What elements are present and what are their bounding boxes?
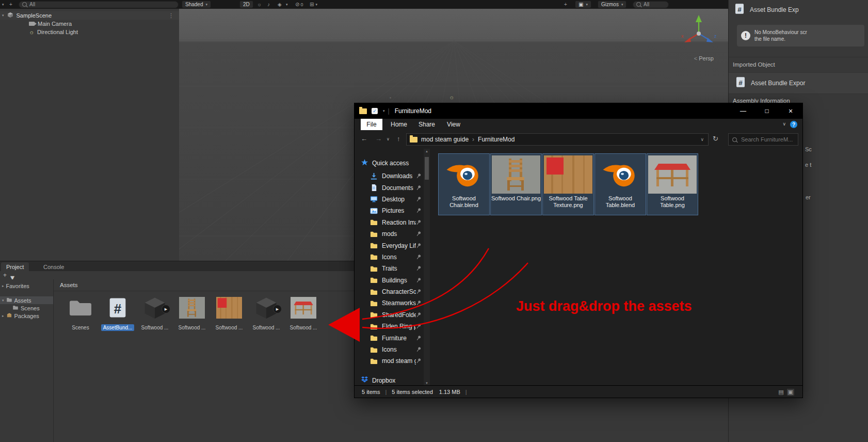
project-asset[interactable]: ▶ Softwood ... [138,295,171,331]
effects-caret-icon[interactable]: ▾ [286,0,288,9]
hierarchy-scene-row[interactable]: ▾ SampleScene ⋮ [0,11,179,20]
item-count: 5 items [362,389,380,395]
project-asset[interactable]: ▶ Softwood ... [250,295,283,331]
project-asset[interactable]: # AssetBund... [101,295,134,331]
sidebar-item[interactable]: SharedFolder [355,309,424,321]
up-button[interactable]: ↑ [397,135,400,143]
project-asset[interactable]: Scenes [64,295,97,331]
lighting-icon[interactable]: ☼ [257,0,262,9]
tree-assets[interactable]: ▾ Assets [0,296,53,304]
sidebar-item[interactable]: Desktop [355,194,424,205]
tab-console[interactable]: Console [38,262,69,272]
minimize-button[interactable]: — [731,103,755,119]
foldout-caret-icon[interactable]: ▾ [2,13,4,18]
chevron-down-icon[interactable]: ▾ [383,109,385,113]
sidebar-item[interactable]: Icons [355,344,424,355]
scene-gizmo-sprite[interactable]: ◦ [390,96,391,100]
2d-button[interactable]: 2D [239,0,253,9]
file-thumbnail [596,155,645,194]
sidebar-item[interactable]: Furniture [355,332,424,343]
menu-file[interactable]: File [361,119,382,130]
back-button[interactable]: ← [361,135,367,143]
sidebar-item[interactable]: Elden Ring p [355,321,424,332]
toolbar-caret-icon[interactable]: ▾ [2,0,4,9]
hierarchy-item-directional-light[interactable]: ☼ Directional Light [0,28,179,36]
scrollbar-thumb[interactable] [425,157,429,180]
scene-search[interactable]: All [633,0,669,9]
tools-icon[interactable]: + [564,0,567,9]
sidebar-item[interactable]: mod steam g [355,355,424,367]
breadcrumb-parent[interactable]: mod steam guide [421,136,469,143]
projection-label[interactable]: < Persp [694,55,714,61]
grid-icon[interactable]: ⊞▾ [310,0,317,9]
tree-packages[interactable]: ▸ Packages [0,312,53,320]
play-badge-icon[interactable]: ▶ [273,305,282,313]
sidebar-item[interactable]: Buildings [355,275,424,286]
context-menu-icon[interactable]: ⋮ [168,12,174,19]
maximize-button[interactable]: □ [755,103,779,119]
sidebar-item[interactable]: Downloads [355,170,424,182]
history-chevron-icon[interactable]: ∨ [387,137,390,141]
sidebar-item[interactable]: Icons [355,251,424,263]
address-dropdown-icon[interactable]: ∨ [700,137,704,142]
sidebar-scrollbar[interactable]: ▲ ▼ [424,149,430,386]
quick-access-toolbar-icon[interactable]: ✓ [372,108,378,114]
audio-icon[interactable]: ♪ [267,0,270,9]
ribbon-expand-icon[interactable]: ∨ [782,121,786,127]
tool-icon[interactable]: + [9,0,12,9]
camera-view-dropdown[interactable]: ▣▾ [575,0,591,9]
tree-favorites[interactable]: ▸ Favorites [0,282,53,290]
sidebar-item[interactable]: Pictures [355,205,424,216]
file-tile[interactable]: Softwood Table Texture.png [542,153,594,215]
file-tile[interactable]: Softwood Table.blend [594,153,646,215]
file-tile[interactable]: Softwood Chair.blend [438,153,490,215]
gizmos-dropdown[interactable]: Gizmos▾ [598,0,626,9]
sidebar-item[interactable]: Documents [355,182,424,193]
forward-button[interactable]: → [375,135,382,143]
explorer-titlebar[interactable]: ✓ ▾ | FurnitureMod — □ × [355,103,802,119]
menu-share[interactable]: Share [415,119,438,130]
project-asset[interactable]: Softwood ... [213,295,246,331]
tree-scenes[interactable]: Scenes [0,304,53,312]
svg-text:x: x [681,34,684,39]
sidebar-item[interactable]: Everyday Life [355,240,424,251]
orientation-gizmo[interactable]: x z [680,13,718,51]
search-box[interactable] [728,133,798,146]
imported-object-row[interactable]: # Asset Bundle Expor [729,72,868,94]
effects-icon[interactable]: ◈ [278,0,282,9]
sidebar-item[interactable]: Reaction Ima [355,217,424,228]
folder-icon [12,305,19,311]
project-asset[interactable]: Softwood ... [175,295,208,331]
breadcrumb-current[interactable]: FurnitureMod [478,136,515,143]
create-asset-button[interactable]: + [3,272,7,279]
thumbnail-view-icon[interactable]: ▣ [787,389,794,396]
sidebar-item[interactable]: SteamworksS [355,297,424,309]
dropbox-icon [361,376,368,385]
list-view-icon[interactable]: ▤ [778,389,783,396]
scroll-up-icon[interactable]: ▲ [424,150,430,153]
menu-view[interactable]: View [442,119,465,130]
hierarchy-item-main-camera[interactable]: Main Camera [0,20,179,28]
tab-project[interactable]: Project [1,262,29,272]
help-icon[interactable]: ? [790,121,797,128]
file-tile[interactable]: Softwood Table.png [647,153,698,215]
menu-home[interactable]: Home [388,119,410,130]
explorer-file-area[interactable]: Softwood Chair.blend Softwood Chair.png … [430,149,802,386]
search-input[interactable] [740,136,794,143]
sidebar-item[interactable]: mods [355,228,424,240]
sidebar-item[interactable]: CharacterSou [355,286,424,297]
scene-light-gizmo-icon[interactable]: ☼ [449,94,454,100]
project-asset[interactable]: Softwood ... [287,295,320,331]
scroll-down-icon[interactable]: ▼ [424,382,430,385]
file-tile[interactable]: Softwood Chair.png [490,153,542,215]
sidebar-quick-access[interactable]: Quick access [355,157,424,169]
hierarchy-search[interactable]: All [19,0,179,9]
address-field[interactable]: mod steam guide › FurnitureMod ∨ [406,133,709,146]
play-badge-icon[interactable]: ▶ [162,305,170,313]
hidden-objects-icon[interactable]: ⊘0 [295,0,303,9]
sidebar-dropbox[interactable]: Dropbox [355,375,424,386]
close-button[interactable]: × [779,103,802,119]
sidebar-item[interactable]: Traits [355,263,424,274]
refresh-icon[interactable]: ↻ [713,135,718,143]
shaded-dropdown[interactable]: Shaded▾ [182,0,211,9]
